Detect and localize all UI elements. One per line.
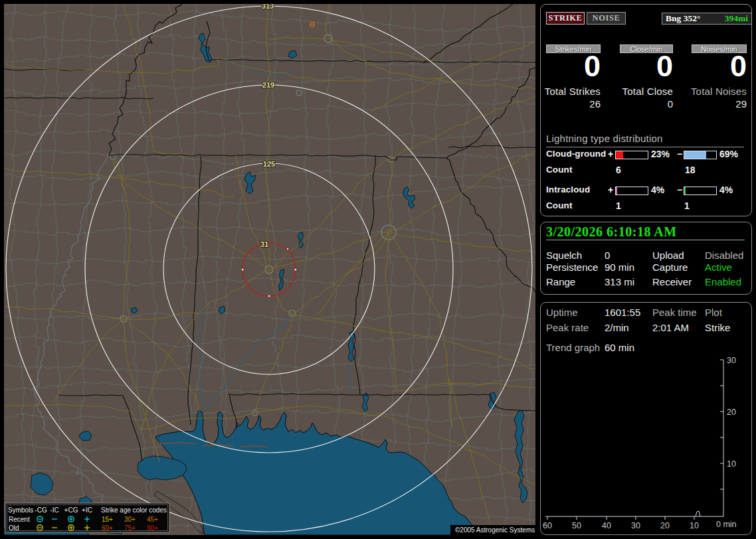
svg-text:Strike age color codes: Strike age color codes [101, 506, 167, 514]
svg-text:©2005 Astrogenic Systems: ©2005 Astrogenic Systems [455, 526, 535, 534]
svg-text:10: 10 [690, 521, 699, 530]
svg-text:40: 40 [602, 521, 611, 530]
svg-text:Recent: Recent [9, 516, 30, 523]
svg-text:30: 30 [727, 356, 736, 365]
svg-text:31: 31 [260, 240, 268, 248]
svg-text:20: 20 [727, 408, 736, 417]
svg-text:0 min: 0 min [716, 520, 737, 529]
svg-text:75+: 75+ [124, 524, 136, 532]
svg-text:313: 313 [262, 4, 274, 10]
svg-text:125: 125 [263, 160, 275, 168]
svg-text:Symbols: Symbols [8, 506, 33, 514]
svg-text:60+: 60+ [102, 524, 113, 532]
svg-text:30: 30 [631, 521, 640, 530]
svg-text:30+: 30+ [124, 516, 136, 523]
svg-text:45+: 45+ [147, 516, 158, 523]
svg-text:50: 50 [572, 521, 581, 530]
svg-text:90+: 90+ [147, 524, 158, 532]
svg-text:20: 20 [660, 521, 670, 530]
svg-text:-IC: -IC [50, 506, 58, 514]
svg-text:10: 10 [727, 459, 736, 469]
svg-text:Old: Old [9, 524, 19, 532]
svg-text:219: 219 [262, 81, 274, 89]
svg-text:+IC: +IC [82, 506, 92, 514]
svg-text:60: 60 [543, 521, 552, 530]
svg-text:-CG: -CG [35, 506, 47, 514]
svg-text:15+: 15+ [102, 516, 113, 523]
svg-text:+CG: +CG [64, 506, 78, 514]
